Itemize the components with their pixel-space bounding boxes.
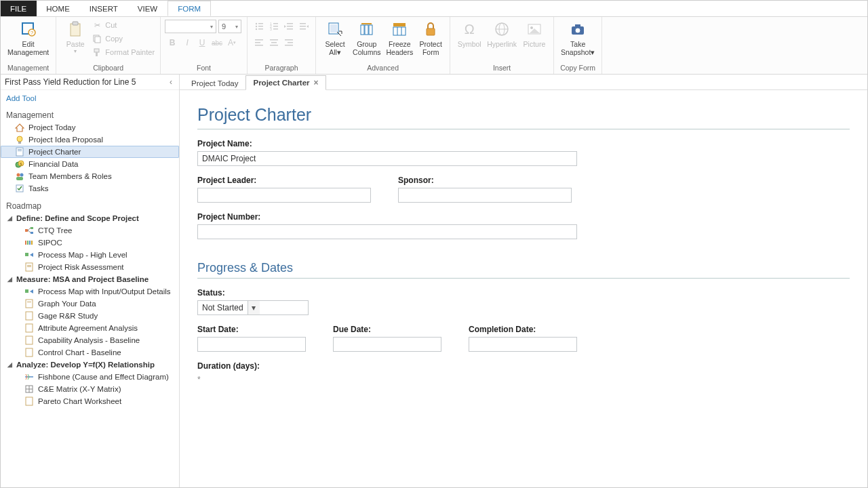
align-center-button[interactable] [267,36,281,49]
nav-project-idea[interactable]: Project Idea Proposal [1,134,179,146]
close-tab-button[interactable]: × [314,78,319,87]
sidebar-scroll[interactable]: Management Project Today Project Idea Pr… [1,106,179,487]
nav-team-members[interactable]: Team Members & Roles [1,170,179,182]
sub-capability-baseline[interactable]: Capability Analysis - Baseline [1,334,179,346]
svg-point-9 [256,23,257,24]
status-select[interactable]: Not Started ▾ [197,300,309,315]
copy-button[interactable]: Copy [90,32,156,45]
menu-file[interactable]: FILE [1,1,37,16]
svg-rect-72 [31,232,33,234]
take-snapshot-button[interactable]: TakeSnapshot▾ [558,18,597,58]
hyperlink-button[interactable]: Hyperlink [484,18,519,49]
sub-attribute-agreement[interactable]: Attribute Agreement Analysis [1,322,179,334]
freeze-headers-button[interactable]: FreezeHeaders [383,18,416,58]
align-left-button[interactable] [252,36,267,49]
cut-button[interactable]: ✂ Cut [90,18,156,32]
svg-rect-91 [26,348,33,357]
menu-form[interactable]: FORM [167,1,211,16]
sub-graph-data[interactable]: Graph Your Data [1,298,179,310]
document-icon [24,311,34,321]
sub-ce-matrix[interactable]: C&E Matrix (X-Y Matrix) [1,383,179,395]
sub-gage-rr[interactable]: Gage R&R Study [1,310,179,322]
select-all-button[interactable]: SelectAll▾ [320,18,350,58]
sub-ctq-tree[interactable]: CTQ Tree [1,224,179,237]
nav-financial-data[interactable]: $ Financial Data [1,158,179,170]
paste-button[interactable]: Paste ▾ [60,18,90,56]
svg-point-55 [575,28,580,33]
form-area[interactable]: Project Charter Project Name: Project Le… [180,90,867,487]
sub-risk-assessment[interactable]: Project Risk Assessment [1,261,179,273]
bold-button[interactable]: B [165,36,180,49]
completion-date-input[interactable] [469,337,577,352]
nav-project-today[interactable]: Project Today [1,121,179,134]
phase-measure[interactable]: ◢ Measure: MSA and Project Baseline [1,273,179,285]
freeze-headers-label: FreezeHeaders [386,40,413,56]
charter-icon [14,147,24,157]
strike-button[interactable]: abc [210,36,224,49]
outdent-button[interactable] [281,20,296,33]
font-size-select[interactable]: 9▾ [218,20,241,33]
sub-sipoc[interactable]: SIPOC [1,237,179,249]
svg-marker-80 [30,253,33,257]
process-map-icon [24,250,34,260]
lock-icon [421,20,440,39]
due-date-label: Due Date: [333,325,441,334]
bullet-list-button[interactable] [252,20,267,33]
edit-management-button[interactable]: ? EditManagement [5,18,52,58]
picture-button[interactable]: Picture [519,18,549,49]
doc-tab-project-charter[interactable]: Project Charter × [245,75,326,90]
align-right-button[interactable] [281,36,296,49]
edit-management-icon: ? [19,20,38,39]
symbol-button[interactable]: Ω Symbol [454,18,484,49]
font-color-button[interactable]: A▾ [224,36,239,49]
management-list: Project Today Project Idea Proposal Proj… [1,121,179,197]
project-number-input[interactable] [197,224,577,239]
svg-rect-8 [96,52,98,56]
format-painter-button[interactable]: Format Painter [90,45,156,59]
picture-icon [525,20,544,39]
menu-home[interactable]: HOME [37,1,80,16]
triangle-down-icon: ◢ [7,361,14,368]
sponsor-input[interactable] [398,188,572,203]
indent-button[interactable] [296,20,311,33]
svg-rect-4 [73,22,78,25]
underline-button[interactable]: U [195,36,210,49]
section-management: Management [1,106,179,121]
menu-insert[interactable]: INSERT [80,1,128,16]
sub-process-map-hl[interactable]: Process Map - High Level [1,249,179,261]
sub-control-chart-baseline[interactable]: Control Chart - Baseline [1,346,179,359]
collapse-sidebar-button[interactable]: ‹ [167,77,175,87]
sub-fishbone[interactable]: Fishbone (Cause and Effect Diagram) [1,371,179,383]
svg-rect-43 [393,23,406,26]
project-title-bar: First Pass Yield Reduction for Line 5 ‹ [1,75,179,90]
numbered-list-button[interactable]: 123 [267,20,281,33]
protect-form-label: ProtectForm [420,40,442,56]
ribbon-group-label-clipboard: Clipboard [60,62,156,74]
group-columns-button[interactable]: GroupColumns [350,18,383,58]
menu-view[interactable]: VIEW [128,1,167,16]
nav-tasks[interactable]: Tasks [1,182,179,195]
nav-project-charter[interactable]: Project Charter [1,146,179,158]
omega-icon: Ω [460,20,479,39]
svg-rect-88 [26,312,33,320]
project-name-input[interactable] [197,151,577,166]
phase-analyze[interactable]: ◢ Analyze: Develop Y=f(X) Relationship [1,359,179,371]
sub-pareto-chart[interactable]: Pareto Chart Worksheet [1,395,179,407]
document-tabs: Project Today Project Charter × [180,75,867,90]
doc-tab-project-today[interactable]: Project Today [184,77,245,90]
tasks-icon [14,184,24,194]
fishbone-icon [24,372,34,382]
project-leader-input[interactable] [197,188,371,203]
svg-rect-23 [287,28,293,30]
font-family-select[interactable]: ▾ [165,20,216,33]
svg-rect-61 [18,149,22,150]
sub-process-map-io[interactable]: Process Map with Input/Output Details [1,285,179,298]
protect-form-button[interactable]: ProtectForm [416,18,446,58]
italic-button[interactable]: I [180,36,195,49]
due-date-input[interactable] [333,337,441,352]
money-icon: $ [14,159,24,169]
add-tool-link[interactable]: Add Tool [1,90,179,106]
phase-define[interactable]: ◢ Define: Define and Scope Project [1,212,179,224]
svg-rect-6 [95,37,100,43]
start-date-input[interactable] [197,337,306,352]
